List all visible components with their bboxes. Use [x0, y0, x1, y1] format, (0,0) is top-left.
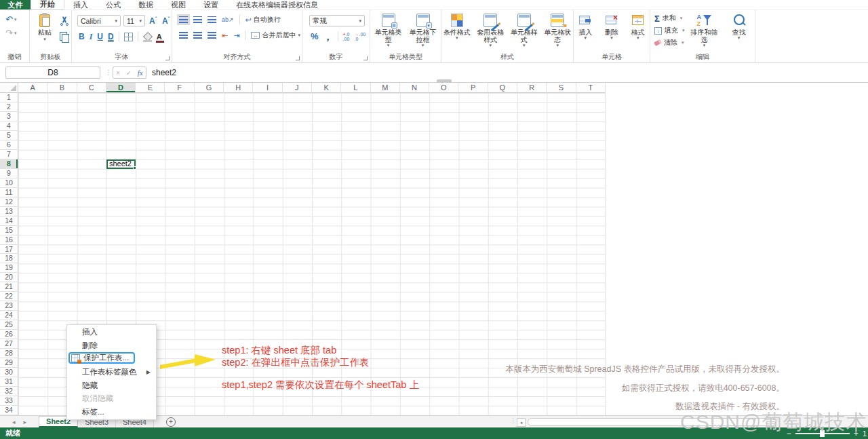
row-header-22[interactable]: 22: [0, 292, 18, 301]
row-header-7[interactable]: 7: [0, 150, 18, 159]
copy-icon[interactable]: [60, 32, 68, 41]
单元格下拉框-button[interactable]: ▾单元格下拉框▾: [407, 14, 439, 47]
row-header-4[interactable]: 4: [0, 121, 18, 131]
row-header-25[interactable]: 25: [0, 320, 18, 330]
tab-在线表格编辑器授权信息[interactable]: 在线表格编辑器授权信息: [227, 0, 327, 9]
number-format-select[interactable]: 常规▾: [309, 15, 365, 26]
chevron-down-icon[interactable]: ▾: [680, 16, 683, 21]
double-underline-button[interactable]: D: [108, 33, 114, 41]
条件格式-button[interactable]: 条件格式▾: [441, 14, 473, 47]
file-menu-button[interactable]: 文件: [0, 0, 31, 9]
context-menu-item-插入[interactable]: 插入: [67, 326, 156, 339]
chevron-down-icon[interactable]: ▾: [523, 43, 526, 47]
context-menu-item-保护工作表[interactable]: 保护工作表...: [67, 352, 156, 366]
row-header-3[interactable]: 3: [0, 112, 18, 121]
row-header-13[interactable]: 13: [0, 207, 18, 216]
align-bottom-icon[interactable]: [208, 16, 216, 23]
row-header-26[interactable]: 26: [0, 330, 18, 339]
查找-button[interactable]: 查找▾: [723, 14, 755, 47]
column-header-S[interactable]: S: [547, 83, 576, 93]
cancel-entry-icon[interactable]: ×: [116, 69, 120, 77]
row-header-14[interactable]: 14: [0, 216, 18, 226]
row-header-17[interactable]: 17: [0, 245, 18, 254]
paste-button[interactable]: 粘贴 ▾: [34, 14, 56, 41]
align-center-icon[interactable]: [193, 32, 202, 39]
context-menu-item-标签[interactable]: 标签...: [67, 406, 156, 419]
chevron-down-icon[interactable]: ▾: [703, 43, 706, 47]
tabbar-resize-handle[interactable]: ⋮: [510, 417, 515, 424]
name-box[interactable]: D8: [5, 66, 100, 79]
chevron-down-icon[interactable]: ▾: [637, 36, 639, 40]
row-header-8[interactable]: 8: [0, 159, 18, 169]
insert-function-icon[interactable]: fx: [138, 69, 143, 77]
chevron-down-icon[interactable]: ▾: [456, 36, 458, 40]
decrease-decimal-icon[interactable]: →.00.0: [355, 32, 366, 41]
套用表格样式-button[interactable]: 套用表格样式▾: [475, 14, 507, 47]
percent-style-button[interactable]: %: [311, 31, 319, 41]
align-middle-icon[interactable]: [193, 16, 202, 23]
row-header-6[interactable]: 6: [0, 140, 18, 150]
row-header-34[interactable]: 34: [0, 406, 18, 415]
填充-button[interactable]: ↓填充▾: [654, 26, 688, 35]
row-header-2[interactable]: 2: [0, 102, 18, 112]
font-color-icon[interactable]: A: [157, 33, 162, 41]
column-header-F[interactable]: F: [165, 83, 194, 93]
chevron-down-icon[interactable]: ▾: [682, 40, 684, 45]
row-header-24[interactable]: 24: [0, 311, 18, 320]
borders-icon[interactable]: [124, 33, 133, 41]
column-header-M[interactable]: M: [371, 83, 400, 93]
单元格状态-button[interactable]: ☚单元格状态▾: [542, 14, 574, 47]
tab-视图[interactable]: 视图: [162, 0, 195, 9]
chevron-down-icon[interactable]: ▾: [489, 43, 492, 47]
row-header-19[interactable]: 19: [0, 263, 18, 273]
单元格类型-button[interactable]: ⚙单元格类型▾: [372, 14, 404, 47]
text-orientation-icon[interactable]: ab↗: [222, 16, 234, 23]
chevron-down-icon[interactable]: ▾: [610, 36, 613, 40]
column-header-A[interactable]: A: [18, 83, 47, 93]
row-header-27[interactable]: 27: [0, 339, 18, 349]
chevron-down-icon[interactable]: ▾: [422, 43, 425, 47]
column-header-H[interactable]: H: [224, 83, 253, 93]
chevron-down-icon[interactable]: ▾: [682, 28, 685, 33]
horizontal-scrollbar[interactable]: [528, 418, 776, 426]
row-header-23[interactable]: 23: [0, 301, 18, 311]
排序和筛选-button[interactable]: AZ排序和筛选▾: [688, 14, 720, 47]
fill-color-icon[interactable]: [143, 33, 152, 41]
italic-button[interactable]: I: [90, 33, 93, 41]
undo-button[interactable]: ↶▾: [5, 16, 29, 24]
zoom-slider[interactable]: [795, 433, 850, 434]
column-header-Q[interactable]: Q: [488, 83, 517, 93]
comma-style-button[interactable]: ，: [323, 34, 333, 39]
confirm-entry-icon[interactable]: ✓: [126, 69, 132, 77]
font-size-select[interactable]: 11▾: [123, 15, 145, 26]
tab-公式[interactable]: 公式: [97, 0, 130, 9]
格式-button[interactable]: 格式▾: [626, 14, 650, 40]
column-header-N[interactable]: N: [400, 83, 429, 93]
row-header-16[interactable]: 16: [0, 235, 18, 245]
row-header-10[interactable]: 10: [0, 178, 18, 188]
row-header-5[interactable]: 5: [0, 131, 18, 140]
decrease-indent-icon[interactable]: ⇤: [222, 32, 228, 39]
column-header-P[interactable]: P: [458, 83, 488, 93]
select-all-corner[interactable]: [0, 83, 18, 93]
wrap-text-button[interactable]: ↩ 自动换行: [245, 15, 281, 24]
tab-设置[interactable]: 设置: [195, 0, 227, 9]
column-header-T[interactable]: T: [576, 83, 606, 93]
求和-button[interactable]: Σ求和▾: [654, 14, 688, 23]
align-top-icon[interactable]: [179, 16, 188, 23]
align-right-icon[interactable]: [208, 32, 216, 39]
increase-indent-icon[interactable]: ⇥: [233, 32, 239, 39]
active-cell-d8[interactable]: sheet2: [106, 159, 136, 169]
chevron-down-icon[interactable]: ▾: [738, 36, 741, 40]
column-header-K[interactable]: K: [312, 83, 341, 93]
next-sheet-icon[interactable]: ▸: [24, 416, 27, 427]
row-header-9[interactable]: 9: [0, 169, 18, 178]
tab-开始[interactable]: 开始: [31, 0, 64, 9]
chevron-down-icon[interactable]: ▾: [14, 17, 17, 22]
increase-font-size-button[interactable]: Aˆ: [148, 16, 158, 26]
row-header-11[interactable]: 11: [0, 188, 18, 197]
单元格样式-button[interactable]: 单元格样式▾: [509, 14, 540, 47]
redo-button[interactable]: ↷▾: [5, 29, 29, 37]
hscroll-left-icon[interactable]: ◂: [517, 418, 526, 427]
row-header-15[interactable]: 15: [0, 226, 18, 235]
